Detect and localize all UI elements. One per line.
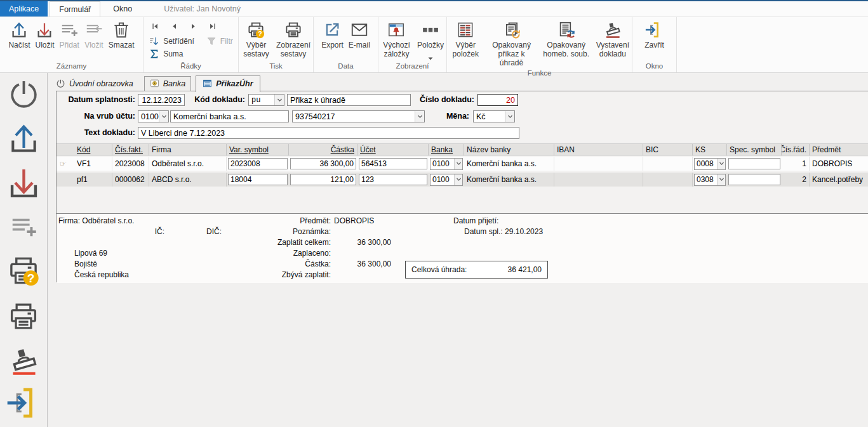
nav-next-button[interactable] xyxy=(189,22,198,31)
bank-name-field[interactable]: Komerční banka a.s. xyxy=(170,110,289,122)
ribbon-button-vyber-sestavy[interactable]: ?Výběr sestavy xyxy=(239,19,274,60)
filter-icon xyxy=(206,36,217,47)
detail-address-line: Lipová 69 xyxy=(74,249,107,258)
cell-firma: Odběratel s.r.o. xyxy=(149,157,227,171)
ribbon-button-vychozi-zalozky[interactable]: Výchozí záložky xyxy=(378,19,415,60)
column-header-cis-fakt[interactable]: Čís.fakt. xyxy=(112,144,149,155)
ribbon-button-opakovany-homeb-soub[interactable]: Opakovaný homeb. soub. xyxy=(539,19,594,60)
document-list-icon xyxy=(203,79,212,88)
sidebar-button-load[interactable] xyxy=(6,120,41,157)
cell-input-var-symbol[interactable]: 18004 xyxy=(228,174,288,185)
ribbon-button-e-mail[interactable]: E-mail xyxy=(346,19,373,51)
column-header-kod[interactable]: Kód xyxy=(74,144,112,155)
cell-input-spec-symbol[interactable] xyxy=(728,158,780,169)
cell-bic xyxy=(643,157,693,171)
cell-input-spec-symbol[interactable] xyxy=(728,174,780,185)
ribbon-group-zobrazeni: Výchozí záložkyPoložkyZobrazení xyxy=(378,17,447,72)
nav-prev-button[interactable] xyxy=(170,22,179,31)
ribbon-button-vyber-polozek[interactable]: Výběr položek xyxy=(447,19,484,60)
svg-text:?: ? xyxy=(27,272,35,285)
menu-tab-okno[interactable]: Okno xyxy=(104,1,141,16)
table-row[interactable]: pf10000062ABCD s.r.o.18004121,001230100K… xyxy=(57,173,868,187)
column-header-var-symbol[interactable]: Var. symbol xyxy=(227,144,289,155)
due-date-label: Datum splatnosti: xyxy=(57,94,135,106)
sidebar-button-report-view[interactable] xyxy=(7,299,40,334)
menu-tab-aplikace[interactable]: Aplikace xyxy=(0,1,48,16)
total-payment-value: 36 421,00 xyxy=(508,265,542,274)
sidebar-button-save[interactable] xyxy=(5,163,43,202)
column-header-ks[interactable]: KS xyxy=(693,144,727,155)
tab-uvodni-obrazovka[interactable]: Úvodní obrazovka xyxy=(50,76,140,91)
ribbon-button-export[interactable]: Export xyxy=(319,19,346,51)
menu-tab-formular[interactable]: Formulář xyxy=(50,1,100,16)
column-header-cis-rad[interactable]: Čís.řád. xyxy=(782,144,810,155)
column-header-firma[interactable]: Firma xyxy=(149,144,227,155)
document-code-name-field[interactable]: Přikaz k úhradě xyxy=(287,94,411,106)
cell-input-castka[interactable]: 121,00 xyxy=(290,174,356,185)
tab-label: Banka xyxy=(163,79,185,88)
detail-datum-prijeti-label: Datum přijetí: xyxy=(453,216,498,225)
column-header-castka[interactable]: Částka xyxy=(289,144,357,155)
ribbon-button-vystaveni-dokladu[interactable]: Vystavení dokladu xyxy=(594,19,632,60)
currency-combo[interactable]: Kč xyxy=(473,110,515,122)
ribbon-button-polozky[interactable]: Položky xyxy=(415,19,446,56)
chevron-down-icon[interactable] xyxy=(274,95,284,105)
cell-combo-ks[interactable]: 0308 xyxy=(694,174,726,186)
column-header-nazev-banky[interactable]: Název banky xyxy=(464,144,554,155)
account-number-combo[interactable]: 937540217 xyxy=(292,110,425,122)
ribbon-button-ulozit[interactable]: Uložit xyxy=(32,19,57,51)
sidebar-button-add[interactable] xyxy=(9,211,38,242)
cell-ks: 0008 xyxy=(693,157,727,171)
ribbon-button-smazat[interactable]: Smazat xyxy=(106,19,137,51)
column-header-ucet[interactable]: Účet xyxy=(357,144,429,155)
column-header-banka[interactable]: Banka xyxy=(429,144,464,155)
chevron-down-icon[interactable] xyxy=(159,111,168,122)
tab-banka[interactable]: Banka xyxy=(144,76,191,91)
sidebar-button-report-select[interactable]: ? xyxy=(6,253,41,289)
detail-zaplatit-value: 36 300,00 xyxy=(334,238,391,247)
cell-input-var-symbol[interactable]: 2023008 xyxy=(228,158,288,169)
sidebar-button-issue-document[interactable] xyxy=(8,344,40,378)
document-number-field[interactable]: 20 xyxy=(477,94,518,106)
ribbon-button-opakovany-prikaz-k-uhrade[interactable]: Opakovaný příkaz k úhradě xyxy=(484,19,538,69)
nav-last-button[interactable] xyxy=(208,22,217,31)
table-row[interactable]: ☞VF12023008Odběratel s.r.o.202300836 300… xyxy=(57,157,868,171)
items-icon xyxy=(421,20,440,39)
ribbon-group-label: Zobrazení xyxy=(378,62,446,72)
cell-combo-ks[interactable]: 0008 xyxy=(694,158,726,170)
record-navigation xyxy=(149,20,233,34)
column-header-spec-symbol[interactable]: Spec. symbol xyxy=(727,144,782,155)
cell-input-ucet[interactable]: 123 xyxy=(359,174,427,185)
ribbon-button-zavrit[interactable]: Zavřít xyxy=(642,19,667,51)
sidebar-button-close-window[interactable] xyxy=(5,383,43,423)
ribbon-button-zobrazeni-sestavy[interactable]: Zobrazení sestavy xyxy=(274,19,313,60)
cell-input-ucet[interactable]: 564513 xyxy=(359,158,427,169)
column-header-bic[interactable]: BIC xyxy=(643,144,693,155)
row-marker-header xyxy=(57,144,74,155)
cell-combo-banka[interactable]: 0100 xyxy=(430,158,463,170)
column-header-iban[interactable]: IBAN xyxy=(554,144,643,155)
ribbon-group-zaznamy: NačístUložitPřidatVložitSmazatZáznamy xyxy=(0,17,144,72)
account-number-value: 937540217 xyxy=(293,111,415,122)
print-question-icon: ? xyxy=(246,20,265,39)
ribbon-button-nacist[interactable]: Načíst xyxy=(6,19,32,51)
document-text-field[interactable]: V Liberci dne 7.12.2023 xyxy=(138,127,519,139)
bank-code-combo[interactable]: 0100 xyxy=(138,110,169,122)
row-marker xyxy=(57,173,74,187)
cell-combo-banka[interactable]: 0100 xyxy=(430,174,463,186)
sidebar-button-power[interactable] xyxy=(8,77,40,111)
ribbon-button-setrideni[interactable]: Setřídění xyxy=(149,36,194,47)
chevron-down-icon[interactable] xyxy=(454,174,462,185)
items-table: KódČís.fakt.FirmaVar. symbolČástkaÚčetBa… xyxy=(57,143,868,188)
chevron-down-icon[interactable] xyxy=(454,159,462,169)
due-date-field[interactable]: 12.12.2023 xyxy=(138,94,185,106)
column-header-predmet[interactable]: Předmět xyxy=(810,144,868,155)
chevron-down-icon[interactable] xyxy=(717,159,725,169)
nav-first-button[interactable] xyxy=(150,22,160,31)
ribbon-button-suma[interactable]: Suma xyxy=(149,48,183,60)
chevron-down-icon[interactable] xyxy=(505,111,514,122)
cell-input-castka[interactable]: 36 300,00 xyxy=(290,158,356,169)
tab-prikazuhr[interactable]: PřikazÚhr xyxy=(196,76,260,92)
document-code-combo[interactable]: pu xyxy=(248,94,284,106)
chevron-down-icon[interactable] xyxy=(717,174,725,185)
